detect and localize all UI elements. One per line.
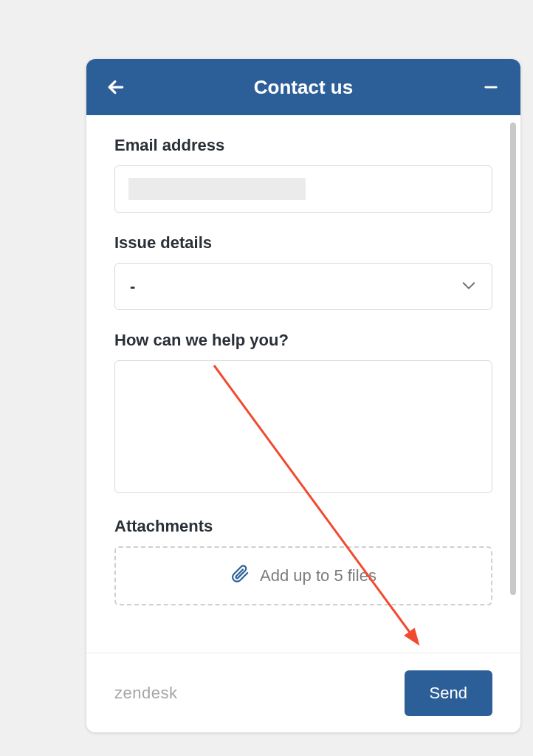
issue-label: Issue details bbox=[114, 233, 492, 252]
email-input[interactable] bbox=[114, 165, 492, 213]
attachments-field-block: Attachments Add up to 5 files bbox=[114, 517, 492, 605]
attachments-dropzone[interactable]: Add up to 5 files bbox=[114, 546, 492, 605]
help-field-block: How can we help you? bbox=[114, 331, 492, 496]
issue-select[interactable]: - bbox=[114, 263, 492, 310]
form-scroll-area[interactable]: Email address Issue details - How can we… bbox=[86, 115, 520, 653]
back-button[interactable] bbox=[104, 75, 128, 99]
attachments-label: Attachments bbox=[114, 517, 492, 536]
issue-selected-value: - bbox=[130, 277, 135, 296]
issue-field-block: Issue details - bbox=[114, 233, 492, 310]
zendesk-brand: zendesk bbox=[114, 684, 177, 703]
email-label: Email address bbox=[114, 136, 492, 155]
email-value-placeholder bbox=[128, 178, 306, 200]
widget-header: Contact us bbox=[86, 59, 520, 115]
chevron-down-icon bbox=[461, 277, 477, 296]
arrow-left-icon bbox=[106, 78, 125, 97]
attachments-hint: Add up to 5 files bbox=[260, 566, 376, 585]
contact-widget: Contact us Email address Issue details - bbox=[86, 59, 520, 732]
email-field-block: Email address bbox=[114, 136, 492, 213]
minus-icon bbox=[483, 79, 499, 95]
minimize-button[interactable] bbox=[479, 75, 503, 99]
widget-title: Contact us bbox=[128, 76, 479, 99]
send-button[interactable]: Send bbox=[405, 670, 492, 716]
widget-footer: zendesk Send bbox=[86, 653, 520, 732]
help-label: How can we help you? bbox=[114, 331, 492, 350]
help-textarea[interactable] bbox=[114, 360, 492, 493]
paperclip-icon bbox=[230, 564, 250, 588]
scrollbar-thumb[interactable] bbox=[510, 123, 516, 595]
widget-body: Email address Issue details - How can we… bbox=[86, 115, 520, 653]
